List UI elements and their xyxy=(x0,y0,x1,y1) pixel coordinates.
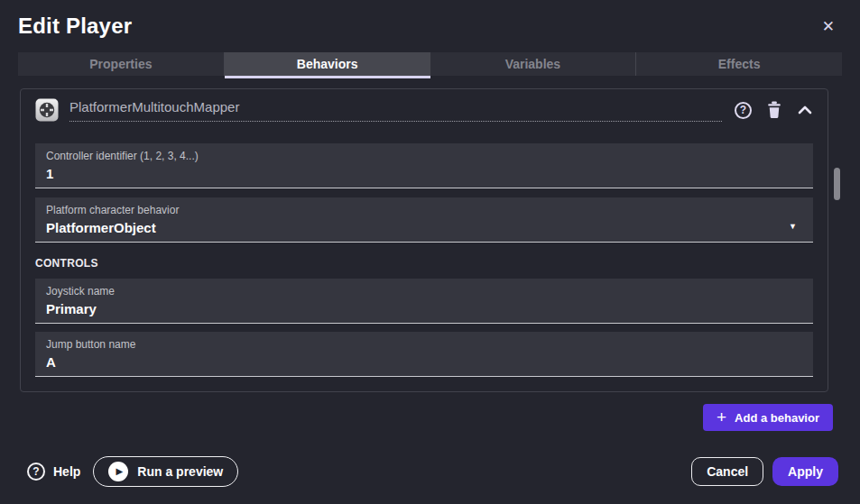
help-icon[interactable]: ? xyxy=(735,102,752,119)
field-value: A xyxy=(46,353,802,371)
field-value: 1 xyxy=(46,165,802,182)
dialog-header: Edit Player ✕ xyxy=(0,0,860,47)
joystick-name-field[interactable]: Joystick name Primary xyxy=(35,279,813,324)
field-value: Primary xyxy=(46,300,802,317)
behavior-card: PlatformerMultitouchMapper ? xyxy=(20,88,828,392)
chevron-up-icon[interactable] xyxy=(797,104,813,116)
help-button[interactable]: ? Help xyxy=(27,463,80,481)
jump-button-name-field[interactable]: Jump button name A xyxy=(35,332,813,377)
tab-bar: Properties Behaviors Variables Effects xyxy=(18,52,842,76)
trash-icon[interactable] xyxy=(765,100,783,120)
page-title: Edit Player xyxy=(18,14,132,39)
controls-section-header: CONTROLS xyxy=(35,257,813,270)
apply-button[interactable]: Apply xyxy=(772,457,838,486)
add-behavior-row: + Add a behavior xyxy=(0,404,833,431)
behaviors-scroll-area: PlatformerMultitouchMapper ? xyxy=(20,88,828,392)
field-label: Platform character behavior xyxy=(46,204,789,216)
cancel-button[interactable]: Cancel xyxy=(691,457,763,486)
run-preview-button[interactable]: ▶ Run a preview xyxy=(93,456,238,487)
add-behavior-button[interactable]: + Add a behavior xyxy=(703,404,833,431)
field-label: Jump button name xyxy=(46,338,802,351)
plus-icon: + xyxy=(717,408,726,426)
field-value: PlatformerObject xyxy=(46,219,789,236)
behavior-gamepad-icon xyxy=(35,98,59,122)
controller-identifier-field[interactable]: Controller identifier (1, 2, 3, 4...) 1 xyxy=(35,143,813,188)
chevron-down-icon: ▼ xyxy=(789,222,802,236)
behavior-card-actions: ? xyxy=(735,100,813,120)
tab-properties[interactable]: Properties xyxy=(18,52,225,76)
edit-object-dialog: Edit Player ✕ Properties Behaviors Varia… xyxy=(0,0,860,504)
tab-behaviors[interactable]: Behaviors xyxy=(225,52,430,76)
vertical-scrollbar[interactable] xyxy=(834,168,840,200)
field-label: Controller identifier (1, 2, 3, 4...) xyxy=(46,150,802,162)
field-label: Joystick name xyxy=(46,285,802,298)
tab-variables[interactable]: Variables xyxy=(430,52,637,76)
platform-behavior-select[interactable]: Platform character behavior PlatformerOb… xyxy=(35,197,813,243)
question-circle-icon: ? xyxy=(27,463,45,481)
dialog-footer: ? Help ▶ Run a preview Cancel Apply xyxy=(0,456,860,504)
play-icon: ▶ xyxy=(108,462,128,481)
tab-effects[interactable]: Effects xyxy=(636,52,842,76)
behavior-name-input[interactable]: PlatformerMultitouchMapper xyxy=(69,99,722,122)
behavior-card-header: PlatformerMultitouchMapper ? xyxy=(35,98,813,122)
close-icon[interactable]: ✕ xyxy=(820,14,837,40)
